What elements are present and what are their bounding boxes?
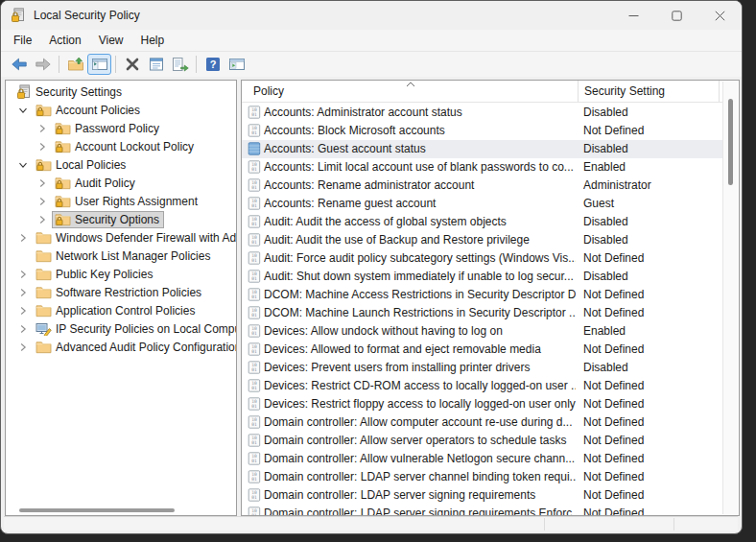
menu-view[interactable]: View [90,31,132,50]
tree-item-account-lockout-policy[interactable]: Account Lockout Policy [6,137,236,155]
chevron-expanded-icon[interactable] [13,160,33,170]
security-setting-value: Not Defined [583,251,722,265]
list-row-accounts-guest-account-status[interactable]: Accounts: Guest account statusDisabled [242,140,723,158]
list-row-accounts-rename-administrator-account[interactable]: 1001Accounts: Rename administrator accou… [242,177,723,195]
minimize-button[interactable] [612,1,655,30]
tree-item-user-rights-assignment[interactable]: User Rights Assignment [6,192,236,210]
list-row-devices-allow-undock-without-having-to-l[interactable]: 1001Devices: Allow undock without having… [242,322,723,341]
tree-item-security-settings[interactable]: Security Settings [6,82,236,101]
maximize-button[interactable] [655,1,698,30]
tree-item-account-policies[interactable]: Account Policies [6,101,236,119]
menu-file[interactable]: File [5,31,40,50]
chevron-expanded-icon[interactable] [13,106,33,115]
tree-item-label: Network List Manager Policies [56,249,210,263]
chevron-collapsed-icon[interactable] [13,288,33,297]
tree-item-label: Security Settings [35,85,122,99]
policy-name: Domain controller: Allow vulnerable Netl… [264,452,576,465]
list-row-domain-controller-allow-vulnerable-netlo[interactable]: 1001Domain controller: Allow vulnerable … [242,450,723,468]
list-row-audit-force-audit-policy-subcategory-set[interactable]: 1001Audit: Force audit policy subcategor… [242,249,723,268]
policy-icon: 1001 [248,178,261,192]
list-row-devices-prevent-users-from-installing-pr[interactable]: 1001Devices: Prevent users from installi… [242,359,723,377]
tree-item-local-policies[interactable]: Local Policies [6,155,236,174]
menu-help[interactable]: Help [132,31,174,50]
tree-item-network-list-manager-policies[interactable]: Network List Manager Policies [6,247,236,265]
chevron-collapsed-icon[interactable] [33,142,52,152]
menu-action[interactable]: Action [40,31,89,50]
show-hide-action-pane-icon [228,57,246,72]
tree-node: Windows Defender Firewall with Adva [33,229,236,247]
export-list-icon [172,57,189,72]
chevron-collapsed-icon[interactable] [13,233,33,243]
chevron-collapsed-icon[interactable] [33,124,52,133]
list-row-domain-controller-allow-computer-account[interactable]: 1001Domain controller: Allow computer ac… [242,413,723,432]
list-row-dcom-machine-access-restrictions-in-secu[interactable]: 1001DCOM: Machine Access Restrictions in… [242,286,723,304]
tree-item-application-control-policies[interactable]: Application Control Policies [6,301,236,319]
list-row-devices-restrict-floppy-access-to-locall[interactable]: 1001Devices: Restrict floppy access to l… [242,395,723,413]
maximize-icon [672,11,682,21]
toolbar-properties-button[interactable] [144,54,168,75]
policy-name: Accounts: Block Microsoft accounts [264,124,576,137]
policy-icon: 1001 [248,288,261,301]
tree-item-advanced-audit-policy-configuration[interactable]: Advanced Audit Policy Configuration [6,338,236,356]
list-row-accounts-block-microsoft-accounts[interactable]: 1001Accounts: Block Microsoft accountsNo… [242,122,723,140]
vertical-scrollbar-thumb[interactable] [728,99,733,185]
list-row-audit-audit-the-access-of-global-system-[interactable]: 1001Audit: Audit the access of global sy… [242,213,723,231]
list-row-domain-controller-ldap-server-signing-re[interactable]: 1001Domain controller: LDAP server signi… [242,486,723,505]
policy-icon: 1001 [248,215,261,228]
chevron-collapsed-icon[interactable] [13,342,33,352]
policy-name: Domain controller: Allow computer accoun… [264,415,576,429]
chevron-collapsed-icon[interactable] [33,197,52,206]
chevron-collapsed-icon[interactable] [13,324,33,334]
chevron-collapsed-icon[interactable] [13,306,33,316]
toolbar-forward-button[interactable] [31,54,55,75]
list-row-domain-controller-ldap-server-signing-re[interactable]: 1001Domain controller: LDAP server signi… [242,505,723,515]
toolbar-show-hide-console-tree-button[interactable] [87,54,111,75]
app-icon [11,8,26,23]
toolbar-show-hide-action-pane-button[interactable] [224,54,248,75]
tree-item-security-options[interactable]: Security Options [6,210,236,228]
tree-item-public-key-policies[interactable]: Public Key Policies [6,265,236,283]
chevron-collapsed-icon[interactable] [33,178,52,188]
policy-icon: 1001 [248,270,261,283]
close-button[interactable] [698,1,742,30]
titlebar[interactable]: Local Security Policy [1,1,742,30]
list-row-domain-controller-allow-server-operators[interactable]: 1001Domain controller: Allow server oper… [242,432,723,450]
toolbar-export-list-button[interactable] [168,54,192,75]
list-row-domain-controller-ldap-server-channel-bi[interactable]: 1001Domain controller: LDAP server chann… [242,468,723,486]
tree-node: Security Settings [13,82,127,101]
policy-name: Domain controller: Allow server operator… [264,434,576,447]
toolbar-delete-button[interactable] [120,54,144,75]
column-header-policy[interactable]: Policy [242,81,578,102]
list-row-devices-allowed-to-format-and-eject-remo[interactable]: 1001Devices: Allowed to format and eject… [242,341,723,359]
policy-name: Devices: Restrict floppy access to local… [264,397,576,411]
policy-name: Domain controller: LDAP server signing r… [264,507,576,515]
list-row-devices-restrict-cd-rom-access-to-locall[interactable]: 1001Devices: Restrict CD-ROM access to l… [242,377,723,395]
tree-horizontal-scrollbar[interactable] [8,508,234,513]
list-row-accounts-limit-local-account-use-of-blan[interactable]: 1001Accounts: Limit local account use of… [242,158,723,177]
toolbar-back-button[interactable] [7,54,31,75]
toolbar-up-one-level-button[interactable] [63,54,87,75]
tree-item-label: Security Options [75,213,159,226]
svg-text:01: 01 [251,258,257,263]
list-row-accounts-administrator-account-status[interactable]: 1001Accounts: Administrator account stat… [242,104,723,122]
folder-lock-icon [55,195,71,208]
toolbar-separator [196,56,197,73]
chevron-collapsed-icon[interactable] [33,215,52,224]
list-row-audit-audit-the-use-of-backup-and-restor[interactable]: 1001Audit: Audit the use of Backup and R… [242,231,723,249]
tree-item-ip-security-policies-on-local-compute[interactable]: IP Security Policies on Local Compute [6,319,236,338]
policy-icon: 1001 [248,324,261,338]
chevron-collapsed-icon[interactable] [13,270,33,279]
toolbar-help-button[interactable]: ? [201,54,224,75]
tree-item-audit-policy[interactable]: Audit Policy [6,174,236,192]
security-setting-value: Not Defined [583,415,722,429]
list-row-accounts-rename-guest-account[interactable]: 1001Accounts: Rename guest accountGuest [242,195,723,213]
tree-node: Account Lockout Policy [52,138,199,155]
tree-item-password-policy[interactable]: Password Policy [6,119,236,137]
list-vertical-scrollbar[interactable] [722,82,738,514]
tree-item-windows-defender-firewall-with-adva[interactable]: Windows Defender Firewall with Adva [6,228,236,247]
horizontal-scrollbar-thumb[interactable] [19,508,175,512]
list-row-audit-shut-down-system-immediately-if-un[interactable]: 1001Audit: Shut down system immediately … [242,268,723,286]
list-row-dcom-machine-launch-restrictions-in-secu[interactable]: 1001DCOM: Machine Launch Restrictions in… [242,304,723,322]
tree-item-software-restriction-policies[interactable]: Software Restriction Policies [6,283,236,301]
column-header-security-setting[interactable]: Security Setting [578,81,720,102]
